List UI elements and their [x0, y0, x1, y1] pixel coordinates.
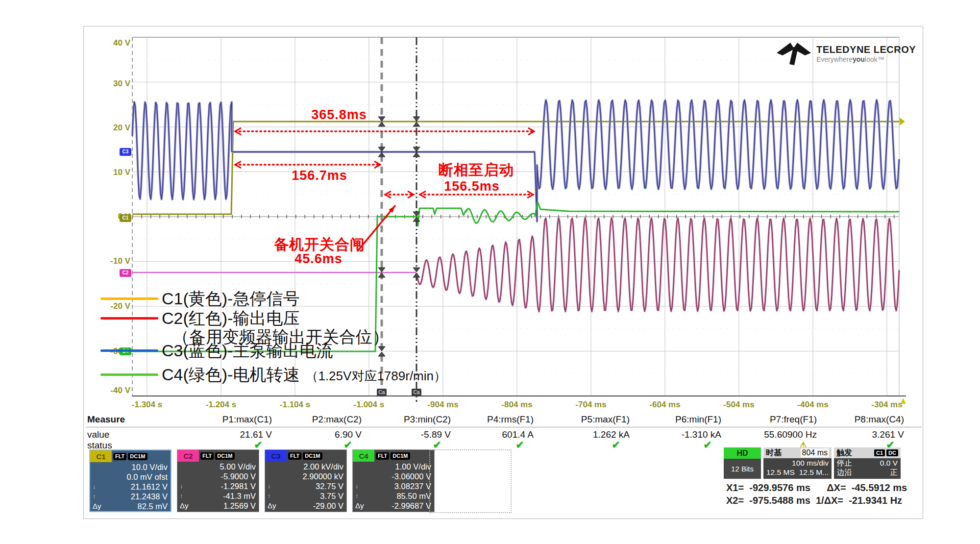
cursor-marker-icon[interactable]	[413, 152, 420, 157]
channel-row-2: 3.08237 V↓	[353, 481, 434, 491]
channel-position-marker-c3[interactable]: C3	[120, 148, 131, 156]
trigger-slope: 正	[890, 468, 898, 477]
measure-header-p4[interactable]: P4:rms(F1)	[487, 414, 534, 425]
cursor-high-icon: ↑	[355, 491, 359, 501]
measure-value-p4: 601.4 A	[502, 429, 534, 440]
timebase-box[interactable]: 时基 804 ms 100 ms/div 12.5 MS 12.5 M...	[763, 447, 832, 479]
channel-row-3: 3.75 V↑	[265, 491, 346, 501]
measure-value-p1: 21.61 V	[240, 429, 272, 440]
cursor-marker-icon[interactable]	[378, 122, 385, 126]
hd-mode-box[interactable]: HD 12 Bits	[724, 447, 761, 479]
delta-y-label: Δy	[180, 501, 189, 511]
channel-id-label: C4	[353, 450, 374, 462]
timebase-title: 时基	[766, 448, 782, 458]
measure-header-p2[interactable]: P2:max(C2)	[312, 414, 362, 425]
measure-value-p5: 1.262 kA	[593, 429, 630, 440]
legend-label-0: C1(黄色)-急停信号	[162, 289, 299, 308]
channel-position-marker-c2[interactable]: C2	[120, 269, 131, 277]
oscilloscope-screenshot: 40 V30 V20 V10 V0 V-10 V-20 V-30 V-40 V-…	[0, 0, 980, 544]
cursor-marker-icon[interactable]	[378, 352, 385, 356]
delta-y-label: Δy	[93, 501, 101, 511]
legend-swatch-0	[100, 297, 158, 300]
cursor-marker-icon[interactable]	[413, 147, 420, 151]
channel-row-4: -29.00 VΔy	[265, 501, 346, 511]
channel-row-3: -41.3 mV↑	[177, 491, 259, 501]
channel-descriptor-c2[interactable]: C2FLTDC1M5.00 V/div-5.9000 V-1.2981 V↓-4…	[177, 449, 259, 512]
measure-header-p3[interactable]: P3:min(C2)	[404, 414, 451, 425]
cursor-marker-icon[interactable]	[378, 268, 385, 272]
channel-row-0: 2.00 kV/div	[265, 462, 346, 471]
trace-c3-current-halo	[132, 100, 899, 222]
legend-swatch-1	[100, 317, 158, 320]
channel-badge-dc1m: DC1M	[391, 452, 410, 460]
annotation-text-2: 断相至启动	[439, 160, 514, 180]
legend-label-3: C3(蓝色)-主泵输出电流	[162, 341, 333, 360]
channel-descriptor-c3[interactable]: C3FLTDC1M2.00 kV/div2.90000 kV32.75 V↓3.…	[265, 449, 347, 512]
trigger-level-icon	[900, 118, 905, 125]
channel-position-marker-c1[interactable]: C1	[120, 214, 131, 222]
cursor-marker-icon[interactable]	[413, 122, 420, 126]
cursor-marker-icon[interactable]	[378, 273, 385, 277]
legend-swatch-3	[100, 349, 158, 352]
cursor-marker-icon[interactable]	[413, 268, 420, 272]
trace-c1-estop	[132, 122, 899, 214]
channel-row-1: -5.9000 V	[177, 471, 259, 481]
measure-header-p6[interactable]: P6:min(F1)	[675, 414, 721, 425]
cursor-high-icon: ↑	[180, 491, 183, 501]
timebase-memory: 12.5 MS	[766, 468, 795, 477]
cursor-readout-line2: X2= -975.5488 ms 1/ΔX= -21.9341 Hz	[726, 495, 902, 506]
trigger-coupling-chip: DC	[886, 449, 898, 456]
measure-header-p1[interactable]: P1:max(C1)	[222, 414, 272, 425]
measure-value-p2: 6.90 V	[335, 429, 362, 440]
channel-badge-dc1m: DC1M	[303, 452, 322, 460]
channel-badge-dc1m: DC1M	[215, 452, 234, 460]
trace-c3-current	[132, 100, 899, 222]
measure-value-p7: 55.60900 Hz	[764, 429, 817, 440]
trigger-box[interactable]: 触发 C1 DC 停止 0.0 V 边沿 正	[834, 447, 901, 479]
y-axis-label: 40 V	[101, 38, 130, 48]
channel-id-label: C3	[265, 450, 287, 462]
delta-y-label: Δy	[268, 501, 276, 511]
measure-header-p7[interactable]: P7:freq(F1)	[770, 414, 817, 425]
x-axis-label: -604 ms	[638, 400, 692, 410]
channel-badge-flt: FLT	[288, 452, 301, 460]
measure-value-p6: -1.310 kA	[682, 429, 721, 440]
channel-badge-flt: FLT	[200, 452, 214, 460]
legend-swatch-4	[100, 373, 158, 376]
cursor-marker-icon[interactable]	[378, 117, 385, 121]
measure-status-ok-icon: ✔	[612, 439, 620, 451]
timebase-scale: 100 ms/div	[763, 458, 832, 468]
y-axis-label: -20 V	[101, 301, 130, 311]
channel-row-1: 0.0 mV ofst	[90, 472, 171, 482]
channel-row-4: 82.5 mVΔy	[90, 501, 171, 511]
y-axis-label: 30 V	[101, 79, 130, 89]
cursor-low-icon: ↓	[268, 481, 271, 491]
trigger-source-chip: C1	[874, 449, 885, 456]
channel-row-2: 32.75 V↓	[265, 481, 346, 491]
measure-header-p8[interactable]: P8:max(C4)	[855, 414, 904, 425]
channel-row-2: 21.1612 V↓	[90, 482, 171, 492]
hd-bits: 12 Bits	[724, 459, 761, 479]
channel-badge-flt: FLT	[376, 452, 389, 460]
x-axis-label: -1.304 s	[120, 400, 174, 410]
cursor-flag[interactable]: Ca	[412, 389, 421, 396]
cursor-flag[interactable]: Ca	[377, 389, 387, 396]
cursor-marker-icon[interactable]	[413, 273, 420, 277]
channel-row-3: 85.50 mV↑	[353, 491, 434, 501]
annotation-text-1: 156.7ms	[292, 168, 347, 183]
channel-row-4: 1.2569 VΔy	[177, 501, 259, 511]
cursor-marker-icon[interactable]	[378, 152, 385, 157]
timebase-samplerate: 12.5 M...	[799, 468, 829, 477]
channel-descriptor-c4[interactable]: C4FLTDC1M1.00 V/div-3.06000 V3.08237 V↓8…	[352, 449, 435, 512]
cursor-marker-icon[interactable]	[378, 346, 385, 351]
y-axis-label: -40 V	[101, 386, 130, 396]
y-axis-label: -10 V	[101, 256, 130, 266]
trigger-kind: 边沿	[837, 468, 852, 477]
channel-id-label: C1	[90, 450, 112, 462]
cursor-marker-icon[interactable]	[413, 117, 420, 121]
x-axis-label: -804 ms	[490, 400, 544, 410]
measure-header-p5[interactable]: P5:max(F1)	[581, 414, 630, 425]
channel-descriptor-c1[interactable]: C1FLTDC1M10.0 V/div0.0 mV ofst21.1612 V↓…	[89, 449, 172, 512]
empty-descriptor-slot[interactable]	[429, 449, 512, 513]
channel-row-1: 2.90000 kV	[265, 471, 346, 481]
